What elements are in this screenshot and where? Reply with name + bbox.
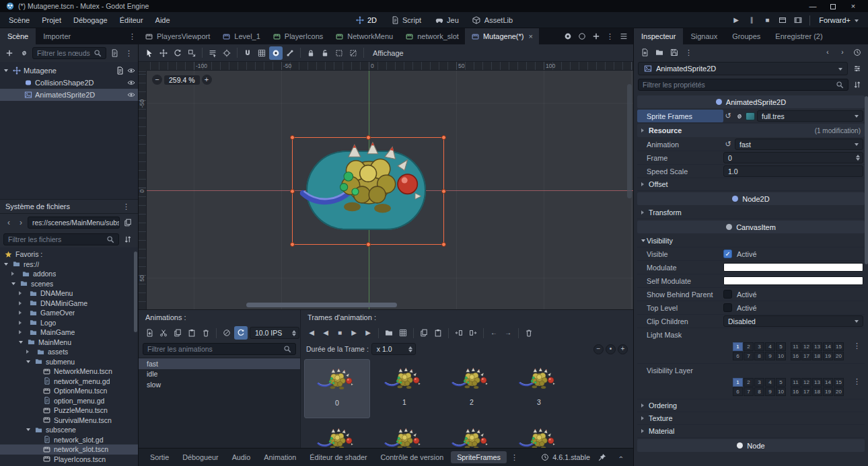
fs-item-optionmenu-tscn[interactable]: OptionMenu.tscn [0,386,138,396]
scene-tab-networkmenu[interactable]: NetworkMenu [329,28,399,44]
resize-handle[interactable] [366,135,371,140]
collapse-icon[interactable] [26,428,30,433]
section-material[interactable]: Material [637,425,865,438]
resize-handle[interactable] [290,135,295,140]
layer-7-cell[interactable]: 7 [744,352,754,360]
fs-item-addons[interactable]: addons [0,269,138,279]
layer-12-cell[interactable]: 12 [801,342,811,351]
bottom-panel-editeur-de-shader[interactable]: Éditeur de shader [303,451,373,463]
layer-6-cell[interactable]: 6 [733,352,743,360]
workspace-jeu[interactable]: Jeu [429,15,465,26]
dock-tab-groupes[interactable]: Groupes [725,28,768,44]
select-tool-button[interactable] [143,46,156,60]
bottom-panel-debogueur[interactable]: Débogueur [176,451,224,463]
delete-animation-button[interactable] [199,326,213,340]
layer-5-cell[interactable]: 5 [776,342,786,351]
close-tab-button[interactable]: × [528,32,532,40]
expand-icon[interactable] [26,350,31,354]
section-transform[interactable]: Transform [637,206,865,219]
fs-item-scenes[interactable]: scenes [0,279,138,289]
layer-20-cell[interactable]: 20 [834,387,844,396]
layer-8-cell[interactable]: 8 [754,352,764,360]
zoom-out-button[interactable]: − [152,75,162,85]
resize-handle[interactable] [441,189,446,194]
menu-debogage[interactable]: Débogage [67,12,114,28]
rotate-tool-button[interactable] [171,46,184,60]
layer-14-cell[interactable]: 14 [823,342,833,351]
section-texture[interactable]: Texture [637,412,865,425]
add-frames-from-file-button[interactable] [382,326,396,340]
scene-tab-level-1[interactable]: Level_1 [216,28,266,44]
scale-tool-button[interactable] [185,46,198,60]
horizontal-scrollbar[interactable] [246,303,397,307]
resize-handle[interactable] [290,189,295,194]
zoom-level[interactable]: 259.4 % [164,75,200,85]
layer-3-cell[interactable]: 3 [754,378,764,387]
layer-12-cell[interactable]: 12 [801,378,811,387]
filesystem-menu-button[interactable]: ⋮ [120,203,133,210]
pause-button[interactable]: ∥ [745,13,758,27]
dock-tab-importer[interactable]: Importer [36,28,78,44]
frame-spinner[interactable]: 0 [723,152,863,163]
pivot-tool-button[interactable] [220,46,233,60]
selection-box[interactable] [292,137,444,245]
fs-item-option-menu-gd[interactable]: option_menu.gd [0,396,138,406]
fs-item-subscene[interactable]: subscene [0,425,138,435]
visible-checkbox[interactable]: ✓ [723,249,732,258]
grid-snap-button[interactable] [255,46,268,60]
show-behind-parent-checkbox[interactable] [723,290,732,299]
layer-8-cell[interactable]: 8 [754,387,764,396]
section-ordering[interactable]: Ordering [637,399,865,412]
frame-0[interactable]: 0 [304,359,370,418]
scene-tab-mutagene[interactable]: Mutagene(*)× [465,28,539,44]
expand-icon[interactable] [11,272,16,276]
animation-dropdown[interactable]: fast [735,139,863,150]
fs-item-maingame[interactable]: MainGame [0,327,138,338]
visibility-toggle-icon[interactable] [126,91,135,100]
frame-7[interactable] [506,420,572,448]
fs-item-network-slot-tscn[interactable]: network_slot.tscn [0,444,138,455]
expand-icon[interactable] [19,330,24,334]
spinner-arrows-icon[interactable] [292,328,296,338]
layer-3-cell[interactable]: 3 [754,342,764,351]
loop-toggle-button[interactable] [234,326,248,340]
speed-scale-field[interactable]: 1.0 [723,165,863,177]
resize-handle[interactable] [366,242,371,247]
bottom-panel-audio[interactable]: Audio [226,451,257,463]
node-animatedsprite2d[interactable]: AnimatedSprite2D [0,89,138,101]
dock-tab-inspecteur[interactable]: Inspecteur [634,28,683,44]
play-frames-button[interactable]: ▶ [361,326,375,340]
play-end-button[interactable]: ▶ [347,326,361,340]
list-select-button[interactable] [206,46,219,60]
close-button[interactable]: × [844,0,863,12]
paste-animation-button[interactable] [185,326,198,340]
layer-14-cell[interactable]: 14 [823,378,833,387]
collapse-icon[interactable] [26,360,30,365]
maximize-button[interactable] [824,0,842,12]
frame-6[interactable] [439,420,505,448]
play-button[interactable]: ▶ [729,13,743,27]
insert-frame-before-button[interactable] [452,326,466,340]
resize-handle[interactable] [441,135,446,140]
light-mask-menu-button[interactable]: ⋮ [851,342,863,350]
layer-15-cell[interactable]: 15 [834,378,844,387]
bottom-panel-animation[interactable]: Animation [258,451,302,463]
layer-19-cell[interactable]: 19 [823,352,833,360]
section-visibility[interactable]: Visibility [637,235,865,247]
vertical-scrollbar[interactable] [627,84,632,198]
layer-2-cell[interactable]: 2 [744,342,754,351]
workspace-2d[interactable]: 2D [349,15,383,26]
fs-filter[interactable] [3,233,119,245]
ungroup-node-button[interactable] [347,46,360,60]
frames-zoom-reset-button[interactable]: • [606,344,616,354]
dock-tab-enregistrer-2[interactable]: Enregistrer (2) [768,28,830,44]
scene-filter-input[interactable] [37,49,90,57]
menu-projet[interactable]: Projet [36,12,67,28]
scene-tabs-menu-button[interactable]: ⋮ [604,33,616,40]
fs-sort-button[interactable] [121,233,135,246]
stop-button[interactable]: ■ [760,13,774,27]
add-node-button[interactable] [3,46,16,60]
play-start-button[interactable]: ◀ [319,326,332,340]
layer-11-cell[interactable]: 11 [791,378,801,387]
history-back-button[interactable]: ‹ [821,46,834,59]
